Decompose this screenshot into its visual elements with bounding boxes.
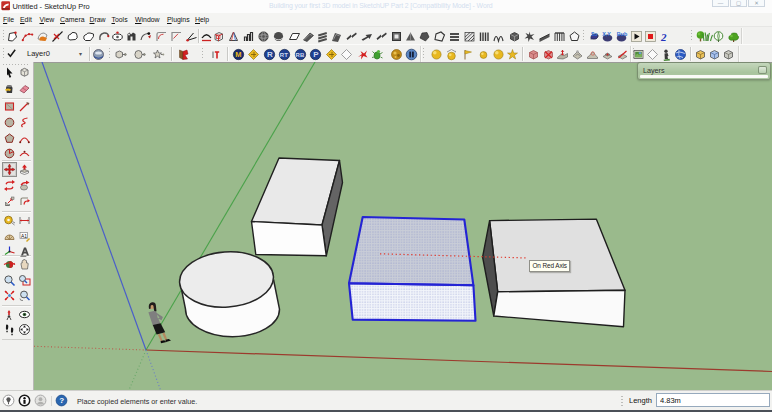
eye-tool[interactable]: [111, 30, 124, 43]
erase-curve[interactable]: [51, 30, 64, 43]
tool-polygon[interactable]: [3, 132, 16, 145]
stack-f[interactable]: [448, 30, 461, 43]
anim-star[interactable]: [506, 48, 519, 61]
tool-circle[interactable]: [3, 116, 16, 129]
tool-offset[interactable]: [18, 195, 31, 208]
plugin-m[interactable]: M: [232, 48, 245, 61]
arc-arrow-tool[interactable]: [139, 30, 152, 43]
toolbar-grip[interactable]: [422, 48, 425, 60]
sandbox-stamp[interactable]: [601, 48, 614, 61]
ribs-i[interactable]: [492, 30, 505, 43]
person-figure[interactable]: [148, 302, 171, 343]
solid-subtract[interactable]: [152, 48, 165, 61]
anim-bub[interactable]: Bub: [615, 30, 628, 43]
pink-box[interactable]: [527, 48, 540, 61]
anim-gold-ball[interactable]: [430, 48, 443, 61]
plugin-gold-2[interactable]: [325, 48, 338, 61]
tool-select[interactable]: [3, 66, 16, 79]
tool-zoom-previous[interactable]: [18, 289, 31, 302]
tool-line[interactable]: [18, 100, 31, 113]
poly-d[interactable]: [418, 30, 431, 43]
tool-position-camera[interactable]: [3, 308, 16, 321]
freehand-draw[interactable]: [36, 30, 49, 43]
bezier-curve[interactable]: [21, 30, 34, 43]
plugin-pause[interactable]: [405, 48, 418, 61]
tool-section-plane[interactable]: [18, 323, 31, 336]
selected-box-front[interactable]: [349, 283, 476, 321]
layer-combo[interactable]: Layer0: [27, 49, 50, 58]
toolbar-grip[interactable]: [201, 48, 204, 60]
tool-zoom-window[interactable]: [18, 274, 31, 287]
wedge-a[interactable]: [302, 30, 315, 43]
follow-fold[interactable]: [177, 48, 190, 61]
tool-text[interactable]: A1: [18, 230, 31, 243]
tool-rectangle[interactable]: [3, 100, 16, 113]
tool-axes[interactable]: [3, 245, 16, 258]
tool-push-pull[interactable]: [18, 163, 31, 176]
anim-ball-sm[interactable]: [477, 48, 490, 61]
pink-box-x[interactable]: [542, 48, 555, 61]
bush-tool[interactable]: [727, 30, 740, 43]
anim-flag[interactable]: [461, 48, 474, 61]
binocular-tool[interactable]: [125, 30, 138, 43]
layer-manager[interactable]: [92, 48, 105, 61]
cone-tool[interactable]: [227, 30, 240, 43]
tool-arc[interactable]: [18, 132, 31, 145]
text-red-t[interactable]: [210, 48, 223, 61]
tool-orbit[interactable]: [3, 258, 16, 271]
credits-status[interactable]: [18, 394, 31, 407]
view-front[interactable]: [722, 48, 735, 61]
tool-paint-bucket[interactable]: [3, 82, 16, 95]
tool-eraser[interactable]: [18, 82, 31, 95]
stripes-h[interactable]: [478, 30, 491, 43]
plugin-rt[interactable]: RT: [278, 48, 291, 61]
plant-tool[interactable]: [712, 30, 725, 43]
plugin-rb[interactable]: RB: [294, 48, 307, 61]
tool-pie[interactable]: [3, 147, 16, 160]
tall-box-face-2[interactable]: [252, 222, 327, 256]
box-red-lines[interactable]: [212, 30, 225, 43]
tool-2pt-arc[interactable]: [18, 147, 31, 160]
wedge-d[interactable]: [404, 30, 417, 43]
layers-panel-collapse-button[interactable]: [758, 66, 767, 74]
sandbox-smoove[interactable]: [586, 48, 599, 61]
plugin-red-bird[interactable]: [356, 48, 369, 61]
arrow-a[interactable]: [345, 30, 358, 43]
walkthrough-diamond[interactable]: [646, 48, 659, 61]
tool-zoom[interactable]: [3, 274, 16, 287]
walkthrough-globe[interactable]: [674, 48, 687, 61]
menu-window[interactable]: Window: [135, 16, 160, 23]
toolbar-grip[interactable]: [2, 48, 5, 60]
layer-visible-check-icon[interactable]: [6, 48, 17, 59]
frame-tool[interactable]: [390, 30, 403, 43]
sphere-grid[interactable]: [257, 30, 270, 43]
angle-tool[interactable]: [185, 30, 198, 43]
menu-tools[interactable]: Tools: [112, 16, 128, 23]
plugin-amber-ball[interactable]: [390, 48, 403, 61]
tool-rotate[interactable]: [3, 179, 16, 192]
tool-3d-text[interactable]: [18, 245, 31, 258]
toolbar-grip[interactable]: [2, 30, 5, 42]
selected-box[interactable]: [349, 217, 476, 321]
close-button[interactable]: ✕: [748, 0, 765, 7]
sandbox-from-scratch[interactable]: [571, 48, 584, 61]
walkthrough-person[interactable]: [660, 48, 673, 61]
tool-move[interactable]: [3, 163, 16, 176]
sphere-half[interactable]: [272, 30, 285, 43]
view-iso[interactable]: [694, 48, 707, 61]
tool-make-component[interactable]: [18, 66, 31, 79]
solid-union[interactable]: [133, 48, 146, 61]
menu-file[interactable]: File: [3, 16, 14, 23]
anim-gold-spin[interactable]: [445, 48, 458, 61]
tool-zoom-extents[interactable]: [3, 289, 16, 302]
menu-edit[interactable]: Edit: [20, 16, 32, 23]
minimize-button[interactable]: —: [712, 0, 729, 7]
maximize-button[interactable]: ▢: [730, 0, 747, 7]
burst-k[interactable]: [523, 30, 536, 43]
cube-j[interactable]: [508, 30, 521, 43]
scene-canvas[interactable]: [34, 62, 772, 391]
walkthrough-frame[interactable]: [632, 48, 645, 61]
wedge-c[interactable]: [330, 30, 343, 43]
plugin-white-diamond[interactable]: [340, 48, 353, 61]
tool-freehand[interactable]: [18, 116, 31, 129]
